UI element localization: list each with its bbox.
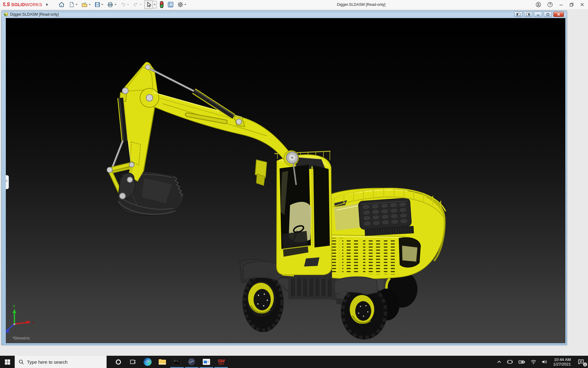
help-button[interactable]: ? xyxy=(547,2,553,7)
speaker-icon xyxy=(541,359,548,364)
app-window-title: Digger.SLDASM [Read-only] xyxy=(337,0,385,9)
save-dropdown[interactable] xyxy=(101,4,103,5)
tray-chevron-button[interactable] xyxy=(494,356,504,368)
graphics-viewport[interactable]: Y X *Dimetric xyxy=(6,18,565,343)
notification-center-button[interactable]: 1 xyxy=(574,356,588,368)
solidworks-logo: 3SSOLIDWORKS xyxy=(3,2,42,8)
taskbar-app-file-explorer[interactable] xyxy=(155,356,170,368)
task-view-button[interactable] xyxy=(126,356,140,368)
search-input[interactable] xyxy=(27,359,97,365)
new-document-button[interactable] xyxy=(68,1,78,8)
open-button[interactable] xyxy=(80,1,92,8)
triad-y-label: Y xyxy=(13,305,15,308)
doc-close-button[interactable] xyxy=(553,12,564,17)
solidworks-logo-light: WORKS xyxy=(25,2,42,7)
battery-charging-icon xyxy=(518,359,526,364)
tray-display-button[interactable] xyxy=(504,356,516,368)
taskbar-search[interactable] xyxy=(15,356,107,368)
select-tool-dropdown[interactable] xyxy=(153,1,157,8)
front-left-wheel[interactable] xyxy=(243,273,284,332)
doc-close-icon xyxy=(557,13,560,16)
system-tray: 10:44 AM 1/27/2021 1 xyxy=(494,356,588,368)
rear-quarter-window[interactable] xyxy=(399,237,420,267)
restore-button[interactable] xyxy=(569,2,574,7)
print-dropdown[interactable] xyxy=(115,4,116,5)
cortana-button[interactable] xyxy=(111,356,126,368)
document-titlebar[interactable]: Digger.SLDASM [Read-only] xyxy=(2,11,567,18)
tray-battery-button[interactable] xyxy=(516,356,528,368)
solidworks-logo-bold: SOLID xyxy=(11,2,25,7)
clock-date: 1/27/2021 xyxy=(553,362,571,366)
traffic-light-icon xyxy=(160,1,164,8)
tray-wifi-button[interactable] xyxy=(528,356,539,368)
open-icon xyxy=(81,2,88,8)
select-tool-button[interactable] xyxy=(144,0,153,9)
edge-icon xyxy=(144,358,152,366)
display-lights-button[interactable] xyxy=(159,0,165,9)
bucket-linkage[interactable] xyxy=(107,162,135,199)
quick-access-toolbar xyxy=(57,0,187,9)
notification-badge: 1 xyxy=(583,362,587,367)
print-button[interactable] xyxy=(106,1,117,8)
file-properties-button[interactable] xyxy=(167,1,175,8)
undo-dropdown[interactable] xyxy=(127,4,129,5)
doc-restore-icon xyxy=(546,13,550,16)
doc-minimize-button[interactable] xyxy=(534,12,542,17)
open-dropdown[interactable] xyxy=(89,4,91,5)
featuremanager-flyout-tab[interactable] xyxy=(6,175,9,189)
solidworks-icon-year: 2021 xyxy=(218,363,224,365)
file-explorer-icon xyxy=(159,359,166,365)
document-title: Digger.SLDASM [Read-only] xyxy=(10,12,58,17)
help-glyph: ? xyxy=(549,2,551,6)
doc-restore-button[interactable] xyxy=(544,12,552,17)
save-icon xyxy=(94,2,100,8)
display-icon xyxy=(507,359,513,365)
view-orientation-label: *Dimetric xyxy=(13,336,30,340)
minimize-button[interactable] xyxy=(559,2,563,7)
taskbar-app-command-prompt[interactable]: C:\_ xyxy=(170,356,184,368)
close-button[interactable] xyxy=(580,2,584,7)
undo-button[interactable] xyxy=(119,1,130,8)
solidworks-logo-glyph: 3 xyxy=(3,2,6,8)
document-window: Digger.SLDASM [Read-only] xyxy=(1,10,567,345)
taskbar-clock[interactable]: 10:44 AM 1/27/2021 xyxy=(550,356,574,368)
new-document-icon xyxy=(69,2,75,8)
apex-pin xyxy=(145,65,150,70)
taskbar-app-window[interactable] xyxy=(199,356,214,368)
menu-flyout-arrow-icon[interactable] xyxy=(46,3,48,6)
task-view-icon xyxy=(130,359,136,365)
excavator-model[interactable]: Y X xyxy=(6,18,565,343)
side-vent-panels[interactable] xyxy=(322,238,397,274)
options-button[interactable] xyxy=(176,1,187,8)
taskbar-app-hexagon[interactable] xyxy=(184,356,199,368)
redo-button[interactable] xyxy=(132,1,142,8)
taskbar-app-solidworks[interactable]: SW 2021 xyxy=(214,356,228,368)
redo-dropdown[interactable] xyxy=(140,4,141,5)
home-button[interactable] xyxy=(57,1,66,8)
home-icon xyxy=(58,2,65,8)
orientation-triad: Y X xyxy=(6,305,34,333)
save-button[interactable] xyxy=(93,1,104,8)
print-icon xyxy=(107,2,114,8)
options-dropdown[interactable] xyxy=(184,4,186,5)
file-properties-icon xyxy=(168,2,174,8)
command-prompt-icon: C:\_ xyxy=(173,359,181,365)
tray-volume-button[interactable] xyxy=(539,356,550,368)
pane-right-button[interactable] xyxy=(524,12,532,17)
deck-glass-panel[interactable] xyxy=(334,203,362,231)
boom-trunnion-bracket[interactable] xyxy=(255,160,267,186)
boom-cylinder[interactable] xyxy=(112,92,126,167)
engine-cover[interactable] xyxy=(358,198,412,229)
cab[interactable] xyxy=(277,155,332,275)
pane-left-button[interactable] xyxy=(514,12,522,17)
cortana-icon xyxy=(116,359,121,365)
cylinder-mount-pin xyxy=(122,88,128,94)
solidworks-logo-s: S xyxy=(6,2,10,8)
account-icon[interactable] xyxy=(536,2,541,7)
new-document-dropdown[interactable] xyxy=(76,4,77,5)
pane-right-icon xyxy=(526,13,530,16)
taskbar-app-edge[interactable] xyxy=(140,356,155,368)
wifi-icon xyxy=(530,359,537,364)
start-button[interactable] xyxy=(0,356,15,368)
gear-icon xyxy=(177,2,183,8)
